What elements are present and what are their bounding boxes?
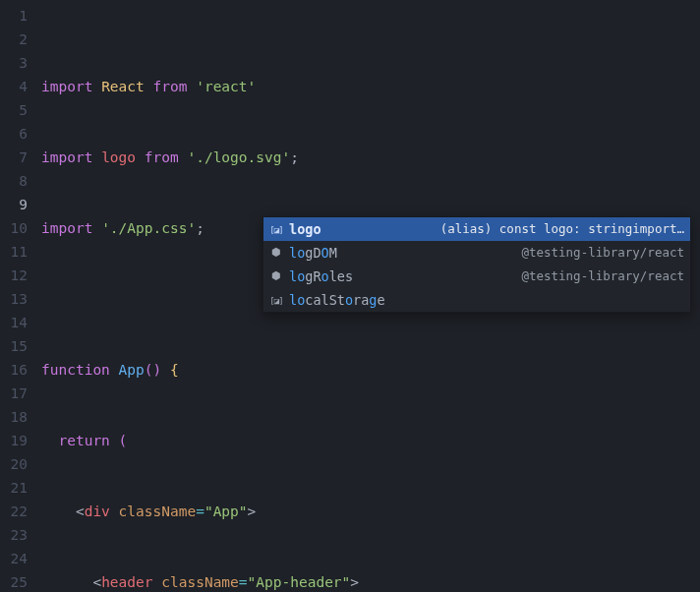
autocomplete-item[interactable]: logRoles@testing-library/react — [263, 265, 690, 288]
autocomplete-item[interactable]: localStorage — [263, 288, 690, 312]
code-line: import logo from './logo.svg'; — [41, 146, 700, 169]
line-number: 17 — [0, 382, 28, 405]
symbol-icon — [267, 217, 285, 242]
line-number: 12 — [0, 264, 28, 287]
code-line: function App() { — [41, 358, 700, 382]
autocomplete-label: logo — [289, 217, 321, 241]
line-number-gutter: 1234567891011121314151617181920212223242… — [0, 4, 41, 592]
code-area[interactable]: import React from 'react' import logo fr… — [41, 4, 700, 592]
line-number: 16 — [0, 358, 28, 382]
line-number: 4 — [0, 75, 28, 98]
autocomplete-popup[interactable]: logo(alias) const logo: stringimport…log… — [262, 216, 691, 313]
autocomplete-label: logRoles — [289, 265, 353, 288]
line-number: 21 — [0, 476, 28, 500]
code-line: <header className="App-header"> — [41, 570, 700, 592]
line-number: 10 — [0, 216, 28, 240]
line-number: 15 — [0, 334, 28, 358]
line-number: 14 — [0, 311, 28, 334]
code-line: return ( — [41, 429, 700, 452]
line-number: 11 — [0, 240, 28, 264]
line-number: 6 — [0, 122, 28, 146]
code-line: <div className="App"> — [41, 500, 700, 523]
line-number: 9 — [0, 193, 28, 216]
line-number: 3 — [0, 51, 28, 75]
line-number: 24 — [0, 547, 28, 570]
module-icon — [267, 265, 285, 289]
line-number: 7 — [0, 146, 28, 169]
line-number: 8 — [0, 169, 28, 193]
symbol-icon — [267, 288, 285, 313]
autocomplete-label: localStorage — [289, 288, 385, 312]
line-number: 5 — [0, 98, 28, 122]
line-number: 20 — [0, 452, 28, 476]
line-number: 25 — [0, 570, 28, 592]
line-number: 22 — [0, 500, 28, 523]
autocomplete-detail: (alias) const logo: stringimport… — [440, 217, 684, 241]
line-number: 13 — [0, 287, 28, 311]
line-number: 19 — [0, 429, 28, 452]
autocomplete-item[interactable]: logo(alias) const logo: stringimport… — [263, 217, 690, 241]
line-number: 18 — [0, 405, 28, 429]
autocomplete-detail: @testing-library/react — [521, 241, 684, 265]
code-line: import React from 'react' — [41, 75, 700, 98]
line-number: 23 — [0, 523, 28, 547]
autocomplete-detail: @testing-library/react — [521, 265, 684, 288]
autocomplete-label: logDOM — [289, 241, 337, 265]
code-editor[interactable]: 1234567891011121314151617181920212223242… — [0, 0, 700, 592]
autocomplete-item[interactable]: logDOM@testing-library/react — [263, 241, 690, 265]
line-number: 2 — [0, 28, 28, 51]
module-icon — [267, 241, 285, 266]
line-number: 1 — [0, 4, 28, 28]
